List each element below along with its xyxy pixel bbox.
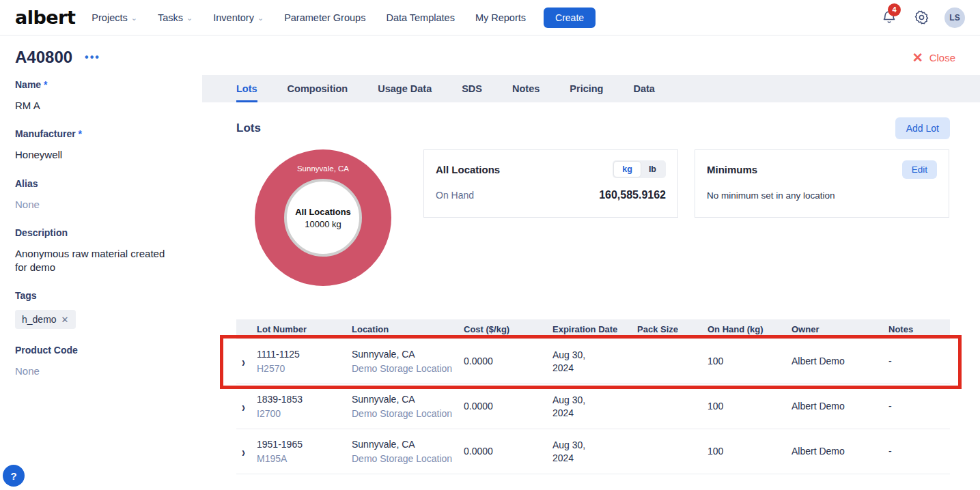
nav-item-inventory[interactable]: Inventory ⌄: [213, 12, 264, 23]
lot-number: 1111-1125: [257, 348, 352, 361]
col-cost: Cost ($/kg): [464, 324, 552, 334]
lot-code-link[interactable]: H2570: [257, 362, 352, 375]
field-label: Manufacturer *: [15, 128, 182, 139]
field-value[interactable]: None: [15, 364, 182, 378]
lots-table: Lot Number Location Cost ($/kg) Expirati…: [236, 319, 950, 474]
lot-number: 1839-1853: [257, 393, 352, 406]
content-area: Name * RM A Manufacturer * Honeywell Ali…: [0, 75, 980, 474]
field-product-code: Product Code None: [15, 345, 182, 378]
on-hand-cell: 100: [708, 355, 792, 368]
notification-badge: 4: [888, 3, 901, 16]
field-alias: Alias None: [15, 178, 182, 212]
main-panel: Lots Composition Usage Data SDS Notes Pr…: [202, 75, 980, 474]
location-city: Sunnyvale, CA: [352, 438, 464, 451]
nav-item-data-templates[interactable]: Data Templates: [386, 12, 454, 23]
help-button[interactable]: ?: [3, 465, 25, 487]
field-label: Description: [15, 227, 182, 238]
expand-row-icon[interactable]: ›: [242, 354, 245, 369]
field-value[interactable]: None: [15, 198, 182, 212]
on-hand-value: 160,585.9162: [599, 189, 666, 201]
location-city: Sunnyvale, CA: [352, 393, 464, 406]
donut-slice-label: Sunnyvale, CA: [255, 164, 391, 173]
col-notes: Notes: [888, 324, 950, 334]
all-locations-card: All Locations kg lb On Hand 160,585.9162: [423, 149, 678, 218]
owner-cell: Albert Demo: [792, 355, 888, 368]
owner-cell: Albert Demo: [792, 445, 888, 458]
close-button[interactable]: ✕ Close: [912, 51, 955, 64]
col-pack-size: Pack Size: [637, 324, 708, 334]
nav-item-parameter-groups[interactable]: Parameter Groups: [284, 12, 365, 23]
field-value[interactable]: Honeywell: [15, 148, 182, 162]
lot-number: 1951-1965: [257, 438, 352, 451]
chevron-down-icon: ⌄: [131, 14, 137, 22]
unit-toggle: kg lb: [613, 160, 666, 178]
tag-chip[interactable]: h_demo ✕: [15, 310, 76, 329]
more-options-icon[interactable]: •••: [85, 51, 100, 63]
question-mark-icon: ?: [10, 470, 16, 482]
albert-logo[interactable]: albert: [15, 7, 75, 28]
required-asterisk: *: [44, 79, 47, 90]
add-lot-button[interactable]: Add Lot: [895, 117, 950, 139]
storage-location-link[interactable]: Demo Storage Location: [352, 362, 464, 375]
table-row[interactable]: › 1951-1965 M195A Sunnyvale, CA Demo Sto…: [236, 429, 950, 474]
settings-button[interactable]: [914, 10, 929, 25]
nav-item-tasks[interactable]: Tasks ⌄: [158, 12, 193, 23]
lot-number-cell: 1111-1125 H2570: [257, 348, 352, 375]
expiration-cell: Aug 30, 2024: [552, 349, 637, 375]
nav-menu: Projects ⌄ Tasks ⌄ Inventory ⌄ Parameter…: [92, 12, 526, 23]
tab-composition[interactable]: Composition: [288, 75, 348, 102]
storage-location-link[interactable]: Demo Storage Location: [352, 452, 464, 465]
create-button[interactable]: Create: [544, 8, 596, 28]
on-hand-cell: 100: [708, 400, 792, 413]
field-description: Description Anonymous raw material creat…: [15, 227, 182, 275]
locations-donut-chart: Sunnyvale, CA All Locations 10000 kg: [236, 149, 410, 286]
nav-right-cluster: 4 LS: [881, 8, 965, 28]
nav-item-projects[interactable]: Projects ⌄: [92, 12, 137, 23]
storage-location-link[interactable]: Demo Storage Location: [352, 407, 464, 420]
table-row[interactable]: › 1111-1125 H2570 Sunnyvale, CA Demo Sto…: [236, 339, 950, 384]
expand-row-icon[interactable]: ›: [242, 444, 245, 459]
remove-tag-icon[interactable]: ✕: [61, 315, 69, 325]
col-lot-number: Lot Number: [257, 324, 352, 334]
card-title: Minimums: [707, 164, 757, 175]
location-city: Sunnyvale, CA: [352, 348, 464, 361]
lot-code-link[interactable]: M195A: [257, 452, 352, 465]
lots-section-header: Lots Add Lot: [236, 117, 950, 139]
chevron-down-icon: ⌄: [257, 14, 264, 22]
cost-cell: 0.0000: [464, 355, 552, 368]
donut-slice-sunnyvale[interactable]: Sunnyvale, CA All Locations 10000 kg: [255, 149, 391, 286]
donut-center-value: 10000 kg: [305, 219, 341, 229]
tab-data[interactable]: Data: [633, 75, 654, 102]
minimums-empty-text: No minimum set in any location: [707, 190, 937, 201]
expiration-cell: Aug 30, 2024: [552, 394, 637, 420]
expand-row-icon[interactable]: ›: [242, 399, 245, 414]
tab-notes[interactable]: Notes: [512, 75, 540, 102]
location-cell: Sunnyvale, CA Demo Storage Location: [352, 393, 464, 420]
lot-number-cell: 1951-1965 M195A: [257, 438, 352, 465]
unit-kg-button[interactable]: kg: [614, 162, 641, 177]
donut-center-label: All Locations: [295, 207, 351, 217]
lot-number-cell: 1839-1853 I2700: [257, 393, 352, 420]
tab-lots[interactable]: Lots: [236, 75, 257, 102]
field-value[interactable]: Anonymous raw material created for demo: [15, 247, 179, 275]
unit-lb-button[interactable]: lb: [641, 162, 664, 177]
edit-minimums-button[interactable]: Edit: [902, 160, 937, 179]
nav-item-my-reports[interactable]: My Reports: [475, 12, 526, 23]
tab-usage-data[interactable]: Usage Data: [378, 75, 432, 102]
user-avatar[interactable]: LS: [944, 8, 965, 28]
field-label: Alias: [15, 178, 182, 189]
field-value[interactable]: RM A: [15, 99, 182, 113]
tab-pricing[interactable]: Pricing: [570, 75, 603, 102]
notifications-button[interactable]: 4: [881, 9, 899, 27]
on-hand-cell: 100: [708, 445, 792, 458]
table-row[interactable]: › 1839-1853 I2700 Sunnyvale, CA Demo Sto…: [236, 384, 950, 429]
field-manufacturer: Manufacturer * Honeywell: [15, 128, 182, 162]
summary-cards: All Locations kg lb On Hand 160,585.9162: [423, 149, 950, 286]
tab-sds[interactable]: SDS: [462, 75, 482, 102]
page-title: A40800: [15, 48, 72, 67]
lot-code-link[interactable]: I2700: [257, 407, 352, 420]
lots-panel: Lots Add Lot Sunnyvale, CA All Locations…: [202, 117, 980, 474]
location-cell: Sunnyvale, CA Demo Storage Location: [352, 438, 464, 465]
tag-label: h_demo: [22, 314, 57, 325]
details-sidebar: Name * RM A Manufacturer * Honeywell Ali…: [0, 75, 202, 394]
